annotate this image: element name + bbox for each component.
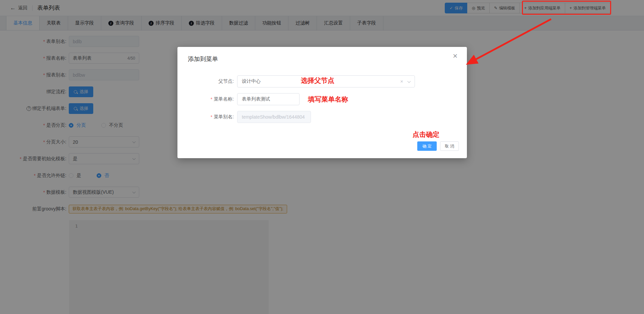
modal-footer: 确 定 取 消: [417, 141, 459, 151]
add-to-menu-modal: 添加到菜单 × 父节点: 设计中心 × 菜单名称: 表单列表测试 菜单别名: t…: [177, 47, 467, 158]
form-row: 父节点: 设计中心 ×: [177, 75, 467, 87]
close-icon[interactable]: ×: [451, 52, 460, 60]
modal-form: 父节点: 设计中心 × 菜单名称: 表单列表测试 菜单别名: templateS…: [177, 75, 467, 128]
field-label: 父节点:: [177, 78, 237, 84]
confirm-button[interactable]: 确 定: [417, 141, 437, 151]
cancel-button[interactable]: 取 消: [440, 141, 459, 151]
input-value: templateShow/bdlbw/1644804: [242, 114, 305, 120]
input-value: 表单列表测试: [242, 96, 270, 102]
menu-alias-input[interactable]: templateShow/bdlbw/1644804: [237, 111, 311, 123]
clear-icon[interactable]: ×: [400, 78, 403, 84]
field-label: 菜单别名:: [177, 114, 237, 120]
select-value: 设计中心: [242, 78, 261, 84]
form-row: 菜单别名: templateShow/bdlbw/1644804: [177, 111, 467, 123]
field-label: 菜单名称:: [177, 96, 237, 102]
form-row: 菜单名称: 表单列表测试: [177, 93, 467, 105]
menu-name-input[interactable]: 表单列表测试: [237, 93, 300, 105]
chevron-down-icon: [408, 79, 411, 83]
modal-title: 添加到菜单: [188, 55, 218, 63]
parent-node-select[interactable]: 设计中心 ×: [237, 75, 415, 87]
